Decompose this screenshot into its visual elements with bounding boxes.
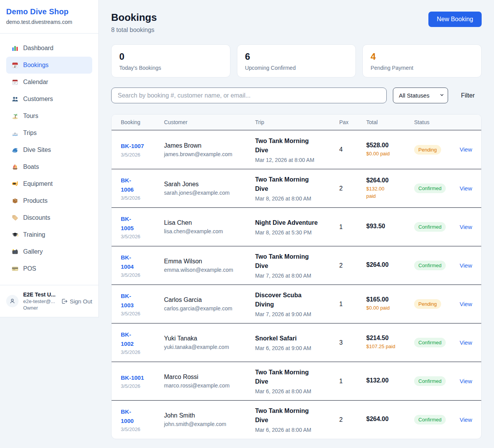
pax-count: 3	[339, 339, 366, 346]
sidebar-item-training[interactable]: Training	[6, 226, 92, 243]
booking-date: 3/5/2026	[121, 383, 160, 389]
graduation-cap-icon	[12, 231, 19, 238]
table-row: BK-1007 3/5/2026 James Brown james.brown…	[112, 130, 481, 169]
sidebar-item-products[interactable]: Products	[6, 192, 92, 209]
customer-email: marco.rossi@example.com	[164, 382, 251, 389]
trip-datetime: Mar 6, 2026 at 8:00 AM	[255, 388, 335, 394]
sidebar-item-dashboard[interactable]: Dashboard	[6, 40, 92, 57]
view-link[interactable]: View	[460, 262, 472, 269]
avatar	[6, 295, 19, 307]
booking-link[interactable]: BK- 1003	[121, 293, 134, 308]
paid-amount: $0.00 paid	[366, 150, 410, 158]
table-row: BK- 1003 3/5/2026 Carlos Garcia carlos.g…	[112, 285, 481, 323]
booking-link[interactable]: BK-1001	[121, 374, 144, 381]
booking-link[interactable]: BK- 1006	[121, 177, 134, 192]
total-amount: $264.00	[366, 177, 410, 184]
table-row: BK- 1005 3/5/2026 Lisa Chen lisa.chen@ex…	[112, 207, 481, 246]
sidebar-item-label: POS	[23, 265, 36, 272]
total-amount: $93.50	[366, 223, 410, 230]
total-amount: $165.00	[366, 296, 410, 303]
sidebar-item-trips[interactable]: Trips	[6, 125, 92, 141]
pax-count: 2	[339, 416, 366, 423]
sidebar-item-gallery[interactable]: Gallery	[6, 243, 92, 260]
view-link[interactable]: View	[460, 301, 472, 307]
pax-count: 1	[339, 378, 366, 385]
status-select-wrap: All Statuses	[393, 88, 448, 103]
pax-count: 4	[339, 146, 366, 153]
sidebar-item-boats[interactable]: Boats	[6, 158, 92, 175]
col-header-trip: Trip	[255, 115, 339, 130]
sidebar-item-dive-sites[interactable]: Dive Sites	[6, 141, 92, 158]
paid-amount: $0.00 paid	[366, 305, 410, 312]
trip-name: Two Tank Morning Dive	[255, 252, 335, 271]
view-link[interactable]: View	[460, 146, 472, 153]
sidebar-item-pos[interactable]: POS	[6, 260, 92, 277]
pax-count: 1	[339, 224, 366, 231]
trip-datetime: Mar 6, 2026 at 9:00 AM	[255, 345, 335, 351]
col-header-status: Status	[414, 115, 460, 130]
sidebar-item-label: Discounts	[23, 214, 50, 221]
sidebar-item-customers[interactable]: Customers	[6, 91, 92, 108]
view-link[interactable]: View	[460, 224, 472, 230]
sidebar-item-tours[interactable]: Tours	[6, 108, 92, 125]
wave-icon	[12, 147, 19, 153]
trip-name: Two Tank Morning Dive	[255, 175, 335, 194]
shop-name: Demo Dive Shop	[6, 7, 92, 16]
trip-name: Two Tank Morning Dive	[255, 136, 335, 155]
customer-email: lisa.chen@example.com	[164, 228, 251, 234]
booking-link[interactable]: BK- 1004	[121, 254, 134, 269]
package-icon	[12, 197, 19, 204]
trip-datetime: Mar 6, 2026 at 8:00 AM	[255, 427, 335, 433]
sidebar-nav: Dashboard 17 Bookings Calendar Customers…	[0, 34, 98, 285]
view-link[interactable]: View	[460, 185, 472, 192]
total-bookings-count: 8 total bookings	[111, 27, 157, 34]
sidebar-header: Demo Dive Shop demo.test.divestreams.com	[0, 0, 98, 34]
booking-link[interactable]: BK- 1005	[121, 216, 134, 231]
tag-icon	[12, 214, 19, 221]
filter-toolbar: All Statuses Filter	[111, 88, 482, 103]
customer-email: james.brown@example.com	[164, 151, 251, 157]
sidebar-item-discounts[interactable]: Discounts	[6, 209, 92, 226]
sidebar-item-equipment[interactable]: Equipment	[6, 175, 92, 192]
view-link[interactable]: View	[460, 378, 472, 384]
sailboat-icon	[12, 163, 19, 170]
status-badge: Confirmed	[414, 376, 446, 386]
customer-name: Carlos Garcia	[164, 296, 251, 303]
filter-button[interactable]: Filter	[461, 92, 475, 99]
booking-link[interactable]: BK- 1000	[121, 408, 134, 424]
people-icon	[12, 96, 19, 103]
sidebar-item-label: Boats	[23, 163, 39, 170]
status-badge: Confirmed	[414, 415, 446, 424]
sidebar: Demo Dive Shop demo.test.divestreams.com…	[0, 0, 99, 317]
status-badge: Pending	[414, 299, 441, 309]
status-select[interactable]: All Statuses	[393, 88, 448, 103]
trip-name: Two Tank Morning Dive	[255, 368, 335, 386]
sidebar-item-label: Products	[23, 197, 47, 204]
customer-name: James Brown	[164, 142, 251, 149]
sidebar-item-label: Customers	[23, 96, 53, 103]
booking-link[interactable]: BK- 1002	[121, 331, 134, 347]
total-amount: $132.00	[366, 377, 410, 384]
sidebar-item-label: Dive Sites	[23, 147, 51, 153]
table-row: BK- 1004 3/5/2026 Emma Wilson emma.wilso…	[112, 246, 481, 285]
sidebar-item-bookings[interactable]: 17 Bookings	[6, 57, 92, 74]
status-badge: Confirmed	[414, 184, 446, 193]
trip-datetime: Mar 12, 2026 at 8:00 AM	[255, 157, 335, 163]
new-booking-button[interactable]: New Booking	[428, 12, 482, 27]
sidebar-item-calendar[interactable]: Calendar	[6, 74, 92, 91]
svg-text:17: 17	[14, 65, 17, 68]
booking-link[interactable]: BK-1007	[121, 143, 144, 149]
customer-name: John Smith	[164, 412, 251, 419]
view-link[interactable]: View	[460, 416, 472, 423]
trip-name: Discover Scuba Diving	[255, 291, 335, 309]
sign-out-button[interactable]: Sign Out	[61, 298, 92, 305]
island-icon	[12, 113, 19, 120]
total-amount: $264.00	[366, 416, 410, 423]
diving-mask-icon	[12, 180, 19, 187]
camera-icon	[12, 248, 19, 255]
user-role: Owner	[23, 305, 56, 311]
view-link[interactable]: View	[460, 339, 472, 346]
search-input[interactable]	[111, 88, 387, 103]
booking-date: 3/5/2026	[121, 426, 160, 432]
sidebar-item-label: Trips	[23, 130, 37, 136]
